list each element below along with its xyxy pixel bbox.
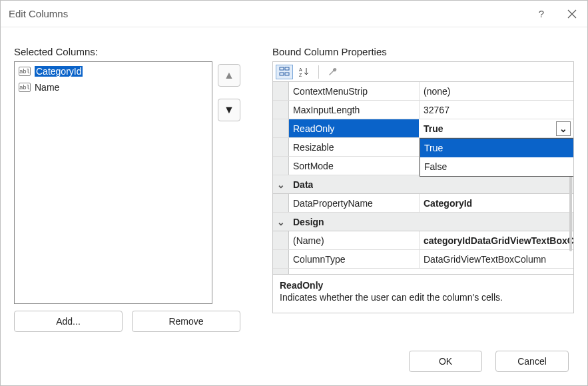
property-value[interactable]: (none)	[420, 82, 573, 100]
arrow-down-icon: ▼	[224, 104, 234, 116]
property-row-columntype[interactable]: ColumnType DataGridViewTextBoxColumn	[273, 250, 573, 269]
svg-rect-0	[280, 67, 284, 70]
categorized-view-button[interactable]	[276, 65, 293, 79]
bound-props-label: Bound Column Properties	[272, 46, 574, 57]
close-button[interactable]	[557, 1, 587, 27]
property-help-pane: ReadOnly Indicates whether the user can …	[272, 275, 574, 313]
property-row-name[interactable]: (Name) categoryIdDataGridViewTextBoxColu…	[273, 231, 573, 250]
property-name: MaxInputLength	[289, 101, 420, 119]
property-name: ColumnType	[289, 250, 420, 268]
close-icon	[567, 9, 577, 19]
move-down-button[interactable]: ▼	[218, 99, 240, 121]
property-row-readonly[interactable]: ReadOnly True ⌄	[273, 119, 573, 138]
list-item-label: Name	[35, 82, 59, 93]
list-item-label: CategoryId	[35, 66, 83, 77]
toolbar-separator	[318, 65, 319, 79]
move-up-button[interactable]: ▲	[218, 64, 240, 87]
cancel-button[interactable]: Cancel	[495, 351, 569, 372]
titlebar: Edit Columns ?	[1, 1, 587, 27]
property-row-datapropertyname[interactable]: DataPropertyName CategoryId	[273, 194, 573, 213]
help-icon: ?	[539, 8, 544, 19]
property-pages-button[interactable]	[324, 65, 342, 79]
propertygrid-toolbar: A Z	[272, 61, 574, 81]
sort-az-icon: A Z	[299, 67, 310, 77]
property-name: SortMode	[289, 157, 420, 175]
categorized-icon	[279, 67, 290, 77]
wrench-icon	[328, 67, 338, 77]
svg-text:Z: Z	[299, 73, 302, 77]
svg-rect-3	[285, 73, 289, 75]
edit-columns-dialog: Edit Columns ? Selected Columns: abl Cat…	[0, 0, 588, 386]
svg-text:A: A	[299, 67, 302, 72]
property-name: (Name)	[289, 231, 420, 249]
category-label: Design	[289, 213, 324, 231]
svg-rect-2	[280, 73, 284, 75]
help-button[interactable]: ?	[526, 1, 557, 27]
category-label: Data	[289, 175, 313, 193]
list-item[interactable]: abl Name	[16, 79, 210, 95]
property-name: ReadOnly	[289, 119, 420, 137]
expand-icon[interactable]: ⌄	[273, 217, 289, 227]
property-category-data[interactable]: ⌄ Data	[273, 175, 573, 194]
svg-rect-1	[285, 67, 289, 70]
readonly-dropdown[interactable]: True False	[420, 138, 574, 177]
property-value[interactable]: DataGridViewTextBoxColumn	[420, 250, 573, 268]
property-category-design[interactable]: ⌄ Design	[273, 213, 573, 231]
property-name: ContextMenuStrip	[289, 82, 420, 100]
selected-columns-listbox[interactable]: abl CategoryId abl Name	[14, 61, 212, 304]
alphabetical-view-button[interactable]: A Z	[296, 65, 313, 79]
dropdown-option-false[interactable]: False	[420, 157, 574, 176]
property-row-maxinputlength[interactable]: MaxInputLength 32767	[273, 101, 573, 119]
textfield-icon: abl	[19, 83, 31, 92]
selected-columns-label: Selected Columns:	[14, 46, 240, 57]
dialog-title: Edit Columns	[9, 8, 68, 19]
dialog-footer: OK Cancel	[1, 339, 587, 385]
property-value[interactable]: 32767	[420, 101, 573, 119]
property-value[interactable]: True ⌄	[420, 119, 573, 137]
add-button[interactable]: Add...	[14, 311, 123, 332]
property-value[interactable]: CategoryId	[420, 194, 573, 212]
property-value[interactable]: categoryIdDataGridViewTextBoxColumn	[420, 231, 573, 249]
ok-button[interactable]: OK	[409, 351, 482, 372]
dropdown-toggle[interactable]: ⌄	[556, 121, 571, 136]
property-name: Resizable	[289, 138, 420, 156]
arrow-up-icon: ▲	[224, 69, 234, 81]
property-grid[interactable]: ContextMenuStrip (none) MaxInputLength 3…	[272, 81, 574, 275]
help-title: ReadOnly	[280, 280, 567, 291]
property-name: DataPropertyName	[289, 194, 420, 212]
textfield-icon: abl	[19, 67, 31, 76]
dropdown-option-true[interactable]: True	[420, 139, 574, 157]
expand-icon[interactable]: ⌄	[273, 179, 289, 190]
list-item[interactable]: abl CategoryId	[16, 63, 210, 79]
help-text: Indicates whether the user can edit the …	[280, 292, 567, 303]
chevron-down-icon: ⌄	[559, 123, 567, 134]
remove-button[interactable]: Remove	[132, 311, 240, 332]
property-row-contextmenustrip[interactable]: ContextMenuStrip (none)	[273, 82, 573, 101]
